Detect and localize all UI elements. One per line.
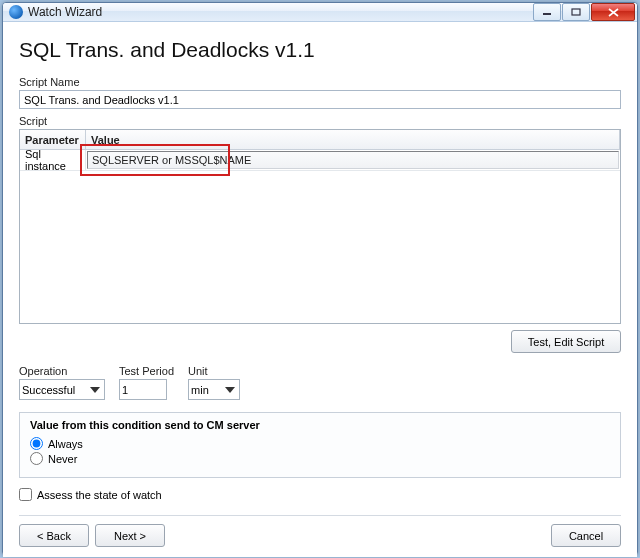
radio-always-input[interactable] <box>30 437 43 450</box>
cell-value-input[interactable]: SQLSERVER or MSSQL$NAME <box>87 151 619 169</box>
svg-rect-1 <box>572 9 580 15</box>
separator <box>19 515 621 516</box>
close-button[interactable] <box>591 3 635 21</box>
maximize-button[interactable] <box>562 3 590 21</box>
content-area: SQL Trans. and Deadlocks v1.1 Script Nam… <box>3 22 637 557</box>
radio-never[interactable]: Never <box>30 452 610 465</box>
wizard-window: Watch Wizard SQL Trans. and Deadlocks v1… <box>2 2 638 556</box>
unit-field: Unit min <box>188 365 240 400</box>
cancel-button[interactable]: Cancel <box>551 524 621 547</box>
close-icon <box>608 8 619 17</box>
next-button[interactable]: Next > <box>95 524 165 547</box>
operation-field: Operation Successful <box>19 365 105 400</box>
back-button[interactable]: < Back <box>19 524 89 547</box>
test-period-label: Test Period <box>119 365 174 377</box>
unit-label: Unit <box>188 365 240 377</box>
test-period-field: Test Period <box>119 365 174 400</box>
script-name-label: Script Name <box>19 76 621 88</box>
radio-never-label: Never <box>48 453 77 465</box>
maximize-icon <box>571 8 581 16</box>
assess-checkbox-row[interactable]: Assess the state of watch <box>19 488 621 501</box>
page-title: SQL Trans. and Deadlocks v1.1 <box>19 38 621 62</box>
unit-select[interactable]: min <box>188 379 240 400</box>
radio-always[interactable]: Always <box>30 437 610 450</box>
footer-spacer <box>171 524 545 547</box>
script-section: Script Parameter Value Sql instance SQLS… <box>19 115 621 324</box>
operation-row: Operation Successful Test Period Unit mi… <box>19 365 621 400</box>
operation-label: Operation <box>19 365 105 377</box>
wizard-footer: < Back Next > Cancel <box>19 524 621 547</box>
grid-header: Parameter Value <box>20 130 620 150</box>
column-parameter[interactable]: Parameter <box>20 130 86 149</box>
script-label: Script <box>19 115 621 127</box>
assess-label: Assess the state of watch <box>37 489 162 501</box>
radio-always-label: Always <box>48 438 83 450</box>
column-value[interactable]: Value <box>86 130 620 149</box>
radio-never-input[interactable] <box>30 452 43 465</box>
window-controls <box>532 3 635 21</box>
test-row: Test, Edit Script <box>19 330 621 353</box>
test-edit-script-button[interactable]: Test, Edit Script <box>511 330 621 353</box>
grid-row: Sql instance SQLSERVER or MSSQL$NAME <box>20 150 620 171</box>
assess-checkbox[interactable] <box>19 488 32 501</box>
minimize-icon <box>542 8 552 16</box>
script-name-input[interactable] <box>19 90 621 109</box>
minimize-button[interactable] <box>533 3 561 21</box>
parameter-grid: Parameter Value Sql instance SQLSERVER o… <box>19 129 621 324</box>
condition-fieldset: Value from this condition send to CM ser… <box>19 412 621 478</box>
title-bar: Watch Wizard <box>3 3 637 22</box>
window-title: Watch Wizard <box>28 5 532 19</box>
test-period-input[interactable] <box>119 379 167 400</box>
cell-parameter: Sql instance <box>20 150 86 170</box>
condition-title: Value from this condition send to CM ser… <box>30 419 610 431</box>
app-icon <box>9 5 23 19</box>
operation-select[interactable]: Successful <box>19 379 105 400</box>
